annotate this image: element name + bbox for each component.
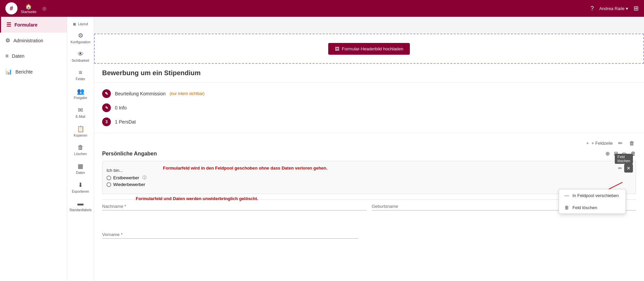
layout-label: Layout: [78, 22, 88, 26]
sec-item-felder[interactable]: ≡ Felder: [67, 66, 94, 84]
user-menu[interactable]: Andrea Raile ▾: [599, 6, 628, 11]
delete-tooltip: Feld löschen: [615, 154, 633, 164]
notification-icon: ◎: [42, 6, 46, 11]
personal-title-row: Persönliche Angaben ⊕ ⊞ ✏ 🗑: [102, 150, 636, 157]
wiederbewerber-label: Wiederbewerber: [113, 182, 145, 187]
field-action-area: ✏ Feld löschen ✕: [618, 164, 633, 173]
erstbewerber-label: Erstbewerber: [113, 175, 139, 180]
sec-item-kopieren[interactable]: 📋 Kopieren: [67, 122, 94, 141]
konfiguration-label: Konfiguration: [71, 40, 90, 44]
sec-item-konfiguration[interactable]: ⚙ Konfiguration: [67, 29, 94, 47]
form-title: Bewerbung um ein Stipendium: [94, 64, 644, 83]
sec-item-freigabe[interactable]: 👥 Freigabe: [67, 84, 94, 103]
formulare-label: Formulare: [14, 22, 37, 28]
home-label: Startseite: [21, 10, 36, 14]
header-right: ? Andrea Raile ▾ ⊞: [591, 5, 639, 12]
form-title-text: Bewerbung um ein Stipendium: [102, 69, 201, 77]
home-icon: 🏠: [25, 3, 32, 10]
field-ich-bin-row: Ich bin... Erstbewerber ⓘ Wiederbewerber…: [102, 161, 636, 194]
upload-header-image-button[interactable]: 🖼 Formular-Headerbild hochladen: [328, 43, 410, 55]
warning-1-block: Formularfeld wird in den Feldpool gescho…: [163, 165, 328, 171]
vorname-field[interactable]: Vorname *: [102, 231, 358, 239]
section-beurteilung-label: Beurteilung Kommission: [115, 91, 166, 96]
feldzeile-label: + Feldzeile: [592, 141, 613, 146]
drag-icon[interactable]: ⊕: [605, 150, 610, 157]
section-beurteilung-note: (nur intern sichtbar): [170, 91, 205, 96]
layout-icon: ▦: [73, 22, 76, 26]
sidebar-item-administration[interactable]: ⚙ Administration: [0, 33, 67, 48]
kopieren-label: Kopieren: [74, 134, 87, 137]
secondary-sidebar: ▦ Layout ⚙ Konfiguration 👁 Sichtbarkeit …: [67, 17, 94, 281]
form-field-nacname-row: Nachname * Geburtsname: [102, 202, 636, 210]
nachname-field[interactable]: Nachname *: [102, 202, 367, 210]
kopieren-icon: 📋: [77, 125, 84, 133]
section-badge-persdat: 3: [102, 118, 111, 126]
freigabe-label: Freigabe: [74, 96, 87, 100]
loschen-icon: 🗑: [78, 144, 84, 151]
exportieren-label: Exportieren: [72, 190, 89, 193]
upload-button-label: Formular-Headerbild hochladen: [342, 46, 403, 51]
popup-feldpool-item[interactable]: — In Feldpool verschieben: [559, 189, 626, 201]
formulare-icon: ☰: [6, 21, 11, 28]
upload-icon: 🖼: [335, 46, 339, 51]
sec-item-loschen[interactable]: 🗑 Löschen: [67, 141, 94, 159]
email-label: E-Mail: [76, 115, 85, 119]
daten-icon: ≡: [5, 53, 8, 59]
sec-item-daten[interactable]: ▦ Daten: [67, 159, 94, 178]
name-field-row: Nachname * Geburtsname: [102, 202, 636, 210]
warning-text-1: Formularfeld wird in den Feldpool gescho…: [163, 166, 328, 171]
user-name-label: Andrea Raile: [599, 6, 625, 11]
konfiguration-icon: ⚙: [78, 32, 83, 39]
sec-item-layout[interactable]: ▦ Layout: [67, 19, 94, 29]
loschen-popup-label: Feld löschen: [572, 205, 597, 210]
sidebar-item-berichte[interactable]: 📊 Berichte: [0, 64, 67, 80]
sec-item-standardlabels[interactable]: ▬ Standardlabels: [67, 197, 94, 215]
edit-section-button[interactable]: ✏: [617, 139, 624, 148]
header-left: # 🏠 Startseite ◎: [5, 2, 46, 14]
personal-section: + + Feldzeile ✏ 🗑 Persönliche Angaben ⊕ …: [94, 133, 644, 244]
section-item-info[interactable]: ✎ 0 Info: [102, 101, 636, 115]
chevron-down-icon: ▾: [626, 6, 628, 11]
logo: #: [5, 2, 17, 14]
loschen-popup-icon: 🗑: [564, 205, 569, 210]
daten2-label: Daten: [76, 171, 85, 175]
radio-option-wiederbewerber[interactable]: Wiederbewerber: [106, 182, 632, 187]
daten2-icon: ▦: [78, 162, 83, 170]
section-badge-info: ✎: [102, 103, 111, 112]
sidebar-item-daten[interactable]: ≡ Daten: [0, 48, 67, 64]
delete-section-button[interactable]: 🗑: [628, 139, 636, 148]
radio-group-ich-bin: Ich bin... Erstbewerber ⓘ Wiederbewerber: [106, 168, 632, 187]
radio-circle-1: [106, 176, 111, 180]
sec-item-email[interactable]: ✉ E-Mail: [67, 103, 94, 122]
warning-text-2: Formularfeld und Daten werden unwiderbri…: [136, 196, 258, 201]
app-grid-icon[interactable]: ⊞: [634, 5, 639, 12]
section-item-persdat[interactable]: 3 1 PersDat: [102, 115, 636, 129]
berichte-label: Berichte: [15, 69, 33, 75]
radio-option-erstbewerber[interactable]: Erstbewerber ⓘ: [106, 175, 632, 181]
home-link[interactable]: 🏠 Startseite: [21, 3, 36, 14]
sec-item-sichtbarkeit[interactable]: 👁 Sichtbarkeit: [67, 47, 94, 66]
add-feldzeile-button[interactable]: + + Feldzeile: [586, 141, 613, 146]
daten-label: Daten: [12, 53, 24, 59]
field-edit-icon[interactable]: ✏: [618, 166, 622, 171]
felder-icon: ≡: [79, 69, 82, 76]
section-item-beurteilung[interactable]: ✎ Beurteilung Kommission (nur intern sic…: [102, 87, 636, 101]
sec-item-exportieren[interactable]: ⬇ Exportieren: [67, 178, 94, 197]
top-header: # 🏠 Startseite ◎ ? Andrea Raile ▾ ⊞: [0, 0, 644, 17]
sichtbarkeit-icon: 👁: [78, 51, 84, 58]
exportieren-icon: ⬇: [78, 181, 83, 189]
sichtbarkeit-label: Sichtbarkeit: [72, 59, 89, 62]
standardlabels-icon: ▬: [78, 200, 84, 207]
feldpool-icon: —: [564, 193, 569, 198]
section-persdat-label: 1 PersDat: [115, 119, 136, 125]
standardlabels-label: Standardlabels: [69, 208, 92, 212]
left-sidebar: ☰ Formulare ⚙ Administration ≡ Daten 📊 B…: [0, 17, 67, 281]
sidebar-item-formulare[interactable]: ☰ Formulare: [0, 17, 67, 33]
field-delete-button[interactable]: ✕: [624, 164, 633, 173]
help-icon[interactable]: ?: [591, 5, 594, 12]
info-circle-icon: ⓘ: [142, 175, 146, 181]
freigabe-icon: 👥: [77, 88, 84, 95]
popup-loschen-item[interactable]: 🗑 Feld löschen: [559, 201, 626, 214]
felder-label: Felder: [76, 77, 85, 81]
field-popup-menu: — In Feldpool verschieben 🗑 Feld löschen: [559, 189, 626, 214]
